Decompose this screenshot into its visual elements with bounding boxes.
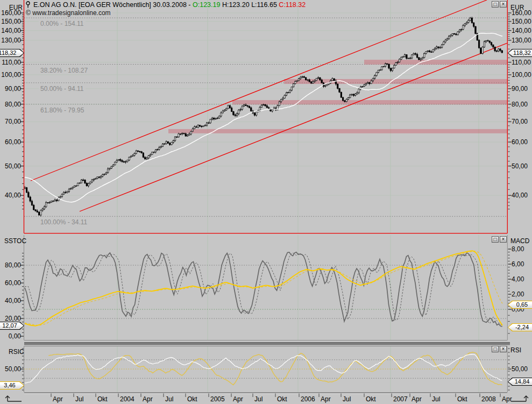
title-bar: E.ON AG O.N. [EOA GER Wöchentlich] 30.03… xyxy=(25,1,306,9)
rsic-value-tag: 3,46 xyxy=(0,381,24,389)
panel-separator[interactable] xyxy=(24,342,510,345)
title-close-value: C:118.32 xyxy=(279,1,306,9)
close-button[interactable]: × xyxy=(500,346,507,352)
sstoc-panel-buttons: □ × xyxy=(492,236,507,243)
trading-chart-window: 0.00% - 154.1138.20% - 108.2750.00% - 94… xyxy=(0,0,532,404)
macd-panel-label: MACD xyxy=(510,237,529,245)
main-panel-buttons: □ × xyxy=(492,1,507,8)
sstoc-panel-label: SSTOC xyxy=(4,237,26,245)
last-price-tag-left: 118,32 xyxy=(0,49,24,57)
rsi-panel-label: RSI xyxy=(510,346,521,354)
sstoc-macd-panel xyxy=(24,235,507,341)
rsi-panel xyxy=(24,346,507,392)
title-date: 30.03.2008 - xyxy=(153,1,190,9)
close-button[interactable]: × xyxy=(500,236,507,243)
macd-signal-value-tag: 0,65 xyxy=(508,301,532,309)
sstoc-value-tag: 12,07 xyxy=(0,322,24,330)
main-right-axis-unit: EUR xyxy=(510,4,524,11)
main-left-axis-unit: EUR xyxy=(8,4,23,11)
title-instrument: E.ON AG O.N. [EOA GER Wöchentlich] xyxy=(33,1,151,9)
title-low-value: L:116.65 xyxy=(251,1,277,9)
scroll-start-arrow-icon[interactable] xyxy=(3,394,25,404)
main-price-panel xyxy=(24,0,507,233)
rsi-value-tag: 14,84 xyxy=(508,378,532,386)
copyright-text: © www.tradesignalonline.com xyxy=(26,9,112,17)
pin-icon[interactable] xyxy=(25,1,31,10)
scroll-end-arrow-icon[interactable] xyxy=(509,394,530,404)
maximize-button[interactable]: □ xyxy=(492,236,499,243)
rsi-panel-buttons: □ × xyxy=(492,346,507,352)
maximize-button[interactable]: □ xyxy=(492,1,499,8)
maximize-button[interactable]: □ xyxy=(492,346,499,352)
macd-value-tag: -2,24 xyxy=(508,323,532,331)
last-price-tag-right: 118,32 xyxy=(508,49,532,57)
close-button[interactable]: × xyxy=(500,1,507,8)
title-high-value: H:123.20 xyxy=(222,1,250,9)
title-open-value: O:123.19 xyxy=(193,1,220,9)
rsic-panel-label: RSIC xyxy=(9,348,24,356)
